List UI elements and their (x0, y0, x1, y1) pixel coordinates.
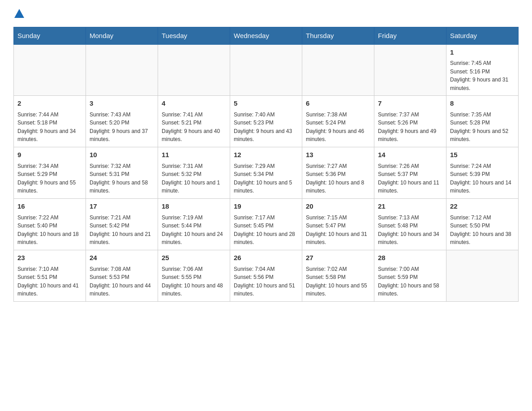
day-number: 24 (90, 253, 154, 263)
day-number: 13 (306, 150, 370, 160)
calendar-week-row: 23Sunrise: 7:10 AMSunset: 5:51 PMDayligh… (14, 250, 519, 302)
calendar-cell: 11Sunrise: 7:31 AMSunset: 5:32 PMDayligh… (158, 147, 230, 199)
day-info: Sunrise: 7:29 AMSunset: 5:34 PMDaylight:… (234, 162, 298, 195)
day-number: 23 (17, 253, 82, 263)
calendar-cell: 15Sunrise: 7:24 AMSunset: 5:39 PMDayligh… (446, 147, 519, 199)
day-info: Sunrise: 7:22 AMSunset: 5:40 PMDaylight:… (17, 214, 82, 247)
calendar-week-row: 2Sunrise: 7:44 AMSunset: 5:18 PMDaylight… (14, 96, 519, 147)
calendar-cell: 21Sunrise: 7:13 AMSunset: 5:48 PMDayligh… (374, 199, 446, 250)
calendar-cell: 14Sunrise: 7:26 AMSunset: 5:37 PMDayligh… (374, 147, 446, 199)
day-info: Sunrise: 7:10 AMSunset: 5:51 PMDaylight:… (17, 265, 82, 298)
day-info: Sunrise: 7:27 AMSunset: 5:36 PMDaylight:… (306, 162, 370, 195)
day-number: 12 (234, 150, 298, 160)
day-of-week-header: Monday (86, 27, 158, 44)
calendar-cell: 6Sunrise: 7:38 AMSunset: 5:24 PMDaylight… (302, 96, 374, 147)
day-number: 6 (306, 98, 370, 109)
day-number: 8 (450, 98, 515, 109)
day-info: Sunrise: 7:24 AMSunset: 5:39 PMDaylight:… (450, 162, 515, 195)
calendar-cell: 19Sunrise: 7:17 AMSunset: 5:45 PMDayligh… (230, 199, 302, 250)
day-info: Sunrise: 7:45 AMSunset: 5:16 PMDaylight:… (450, 59, 515, 92)
day-of-week-header: Saturday (446, 27, 519, 44)
day-number: 28 (378, 253, 442, 263)
calendar-cell: 3Sunrise: 7:43 AMSunset: 5:20 PMDaylight… (86, 96, 158, 147)
day-number: 3 (90, 98, 154, 109)
day-info: Sunrise: 7:44 AMSunset: 5:18 PMDaylight:… (17, 111, 82, 144)
day-info: Sunrise: 7:26 AMSunset: 5:37 PMDaylight:… (378, 162, 442, 195)
day-number: 26 (234, 253, 298, 263)
day-info: Sunrise: 7:08 AMSunset: 5:53 PMDaylight:… (90, 265, 154, 298)
calendar-cell: 25Sunrise: 7:06 AMSunset: 5:55 PMDayligh… (158, 250, 230, 302)
calendar-cell: 2Sunrise: 7:44 AMSunset: 5:18 PMDaylight… (14, 96, 86, 147)
day-number: 18 (162, 201, 226, 212)
calendar-cell: 9Sunrise: 7:34 AMSunset: 5:29 PMDaylight… (14, 147, 86, 199)
calendar-cell: 12Sunrise: 7:29 AMSunset: 5:34 PMDayligh… (230, 147, 302, 199)
day-of-week-header: Tuesday (158, 27, 230, 44)
day-number: 19 (234, 201, 298, 212)
day-info: Sunrise: 7:38 AMSunset: 5:24 PMDaylight:… (306, 111, 370, 144)
calendar-cell (302, 44, 374, 96)
day-number: 10 (90, 150, 154, 160)
day-info: Sunrise: 7:12 AMSunset: 5:50 PMDaylight:… (450, 214, 515, 247)
day-info: Sunrise: 7:17 AMSunset: 5:45 PMDaylight:… (234, 214, 298, 247)
day-of-week-header: Friday (374, 27, 446, 44)
day-info: Sunrise: 7:21 AMSunset: 5:42 PMDaylight:… (90, 214, 154, 247)
day-info: Sunrise: 7:06 AMSunset: 5:55 PMDaylight:… (162, 265, 226, 298)
day-number: 17 (90, 201, 154, 212)
day-number: 7 (378, 98, 442, 109)
day-of-week-header: Thursday (302, 27, 374, 44)
day-number: 2 (17, 98, 82, 109)
calendar-cell: 24Sunrise: 7:08 AMSunset: 5:53 PMDayligh… (86, 250, 158, 302)
day-number: 22 (450, 201, 515, 212)
logo (13, 9, 24, 18)
calendar-cell: 17Sunrise: 7:21 AMSunset: 5:42 PMDayligh… (86, 199, 158, 250)
day-info: Sunrise: 7:40 AMSunset: 5:23 PMDaylight:… (234, 111, 298, 144)
calendar-cell: 22Sunrise: 7:12 AMSunset: 5:50 PMDayligh… (446, 199, 519, 250)
day-number: 25 (162, 253, 226, 263)
day-info: Sunrise: 7:35 AMSunset: 5:28 PMDaylight:… (450, 111, 515, 144)
day-of-week-header: Wednesday (230, 27, 302, 44)
calendar-cell: 4Sunrise: 7:41 AMSunset: 5:21 PMDaylight… (158, 96, 230, 147)
calendar-cell: 7Sunrise: 7:37 AMSunset: 5:26 PMDaylight… (374, 96, 446, 147)
calendar-cell (158, 44, 230, 96)
calendar-week-row: 9Sunrise: 7:34 AMSunset: 5:29 PMDaylight… (14, 147, 519, 199)
calendar-cell: 16Sunrise: 7:22 AMSunset: 5:40 PMDayligh… (14, 199, 86, 250)
calendar-cell: 13Sunrise: 7:27 AMSunset: 5:36 PMDayligh… (302, 147, 374, 199)
day-info: Sunrise: 7:00 AMSunset: 5:59 PMDaylight:… (378, 265, 442, 298)
calendar-cell: 8Sunrise: 7:35 AMSunset: 5:28 PMDaylight… (446, 96, 519, 147)
calendar-header-row: SundayMondayTuesdayWednesdayThursdayFrid… (14, 27, 519, 44)
day-info: Sunrise: 7:43 AMSunset: 5:20 PMDaylight:… (90, 111, 154, 144)
day-number: 4 (162, 98, 226, 109)
calendar-cell (14, 44, 86, 96)
day-of-week-header: Sunday (14, 27, 86, 44)
day-info: Sunrise: 7:32 AMSunset: 5:31 PMDaylight:… (90, 162, 154, 195)
calendar-cell (230, 44, 302, 96)
calendar-cell: 26Sunrise: 7:04 AMSunset: 5:56 PMDayligh… (230, 250, 302, 302)
calendar-cell: 5Sunrise: 7:40 AMSunset: 5:23 PMDaylight… (230, 96, 302, 147)
day-number: 1 (450, 47, 515, 58)
calendar-cell: 27Sunrise: 7:02 AMSunset: 5:58 PMDayligh… (302, 250, 374, 302)
svg-marker-0 (14, 9, 24, 18)
calendar-cell: 28Sunrise: 7:00 AMSunset: 5:59 PMDayligh… (374, 250, 446, 302)
day-info: Sunrise: 7:34 AMSunset: 5:29 PMDaylight:… (17, 162, 82, 195)
calendar-cell: 23Sunrise: 7:10 AMSunset: 5:51 PMDayligh… (14, 250, 86, 302)
day-number: 11 (162, 150, 226, 160)
day-number: 5 (234, 98, 298, 109)
day-number: 9 (17, 150, 82, 160)
day-number: 21 (378, 201, 442, 212)
calendar-week-row: 16Sunrise: 7:22 AMSunset: 5:40 PMDayligh… (14, 199, 519, 250)
day-info: Sunrise: 7:37 AMSunset: 5:26 PMDaylight:… (378, 111, 442, 144)
calendar-cell: 10Sunrise: 7:32 AMSunset: 5:31 PMDayligh… (86, 147, 158, 199)
day-info: Sunrise: 7:02 AMSunset: 5:58 PMDaylight:… (306, 265, 370, 298)
calendar-week-row: 1Sunrise: 7:45 AMSunset: 5:16 PMDaylight… (14, 44, 519, 96)
day-info: Sunrise: 7:19 AMSunset: 5:44 PMDaylight:… (162, 214, 226, 247)
day-number: 14 (378, 150, 442, 160)
logo-triangle-icon (14, 9, 24, 18)
calendar-cell (446, 250, 519, 302)
calendar-cell (374, 44, 446, 96)
day-number: 27 (306, 253, 370, 263)
day-info: Sunrise: 7:04 AMSunset: 5:56 PMDaylight:… (234, 265, 298, 298)
calendar-table: SundayMondayTuesdayWednesdayThursdayFrid… (13, 27, 519, 302)
page-header (13, 9, 519, 18)
day-info: Sunrise: 7:31 AMSunset: 5:32 PMDaylight:… (162, 162, 226, 195)
day-number: 15 (450, 150, 515, 160)
